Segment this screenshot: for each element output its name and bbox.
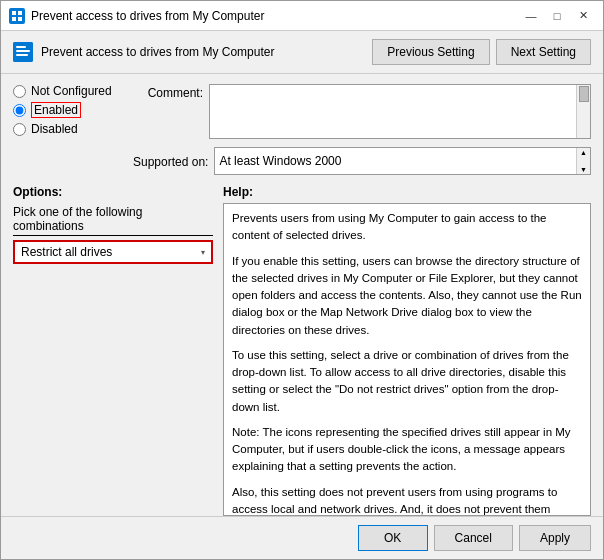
svg-rect-3 [18, 17, 22, 21]
footer: OK Cancel Apply [1, 516, 603, 559]
comment-scrollbar-thumb [579, 86, 589, 102]
previous-setting-button[interactable]: Previous Setting [372, 39, 489, 65]
not-configured-radio[interactable] [13, 85, 26, 98]
top-section: Not Configured Enabled Disabled Comment: [1, 74, 603, 185]
combo-arrow-icon: ▾ [201, 248, 205, 257]
apply-button[interactable]: Apply [519, 525, 591, 551]
comment-section: Comment: [133, 84, 591, 139]
header-policy-icon [13, 42, 33, 62]
svg-rect-2 [12, 17, 16, 21]
ok-button[interactable]: OK [358, 525, 428, 551]
middle-section: Options: Pick one of the following combi… [1, 185, 603, 516]
help-para-1: Prevents users from using My Computer to… [232, 210, 582, 245]
disabled-option[interactable]: Disabled [13, 122, 123, 136]
disabled-label: Disabled [31, 122, 78, 136]
minimize-button[interactable]: — [519, 6, 543, 26]
svg-rect-0 [12, 11, 16, 15]
supported-label: Supported on: [133, 153, 208, 169]
title-bar-icon [9, 8, 25, 24]
title-bar: Prevent access to drives from My Compute… [1, 1, 603, 31]
help-title: Help: [223, 185, 591, 199]
next-setting-button[interactable]: Next Setting [496, 39, 591, 65]
help-para-3: To use this setting, select a drive or c… [232, 347, 582, 416]
not-configured-label: Not Configured [31, 84, 112, 98]
title-bar-controls: — □ ✕ [519, 6, 595, 26]
header-title: Prevent access to drives from My Compute… [41, 45, 274, 59]
close-button[interactable]: ✕ [571, 6, 595, 26]
right-section: Comment: Supported on: At least Windows … [133, 84, 591, 175]
content-area: Not Configured Enabled Disabled Comment: [1, 74, 603, 516]
options-title: Options: [13, 185, 213, 199]
header-title-section: Prevent access to drives from My Compute… [13, 42, 274, 62]
drive-combo-box[interactable]: Restrict all drives ▾ [13, 240, 213, 264]
help-panel: Help: Prevents users from using My Compu… [223, 185, 591, 516]
help-para-5: Also, this setting does not prevent user… [232, 484, 582, 517]
svg-rect-1 [18, 11, 22, 15]
supported-value-box: At least Windows 2000 ▲ ▼ [214, 147, 591, 175]
supported-value: At least Windows 2000 [219, 154, 341, 168]
enabled-option[interactable]: Enabled [13, 102, 123, 118]
comment-label: Comment: [133, 84, 203, 100]
header-buttons: Previous Setting Next Setting [372, 39, 591, 65]
configuration-radio-group: Not Configured Enabled Disabled [13, 84, 123, 175]
scroll-down-arrow: ▼ [580, 166, 587, 173]
help-para-2: If you enable this setting, users can br… [232, 253, 582, 339]
svg-rect-5 [16, 46, 26, 48]
maximize-button[interactable]: □ [545, 6, 569, 26]
disabled-radio[interactable] [13, 123, 26, 136]
comment-scrollbar[interactable] [576, 85, 590, 138]
supported-section: Supported on: At least Windows 2000 ▲ ▼ [133, 147, 591, 175]
title-bar-text: Prevent access to drives from My Compute… [31, 9, 519, 23]
cancel-button[interactable]: Cancel [434, 525, 513, 551]
combo-label: Pick one of the following combinations [13, 205, 213, 236]
options-panel: Options: Pick one of the following combi… [13, 185, 213, 516]
header-bar: Prevent access to drives from My Compute… [1, 31, 603, 74]
supported-scrollbar[interactable]: ▲ ▼ [576, 148, 590, 174]
enabled-radio[interactable] [13, 104, 26, 117]
enabled-label: Enabled [31, 102, 81, 118]
help-para-4: Note: The icons representing the specifi… [232, 424, 582, 476]
not-configured-option[interactable]: Not Configured [13, 84, 123, 98]
combo-value: Restrict all drives [21, 245, 112, 259]
svg-rect-7 [16, 54, 28, 56]
help-text-box[interactable]: Prevents users from using My Computer to… [223, 203, 591, 516]
svg-rect-6 [16, 50, 30, 52]
scroll-up-arrow: ▲ [580, 149, 587, 156]
main-window: Prevent access to drives from My Compute… [0, 0, 604, 560]
comment-box[interactable] [209, 84, 591, 139]
